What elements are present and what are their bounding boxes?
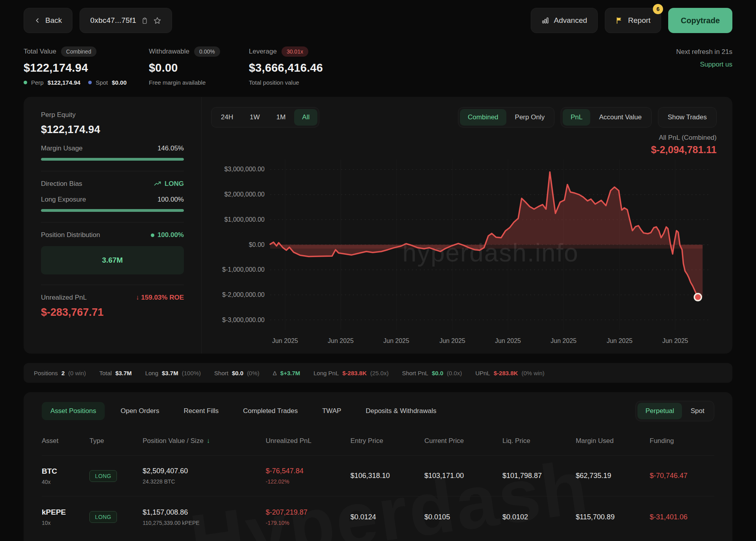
row-funding: $-70,746.47 — [650, 472, 714, 480]
mode-group: Combined Perp Only — [458, 107, 554, 128]
bar-chart-icon — [541, 17, 549, 24]
market-type-group: Perpetual Spot — [636, 401, 714, 421]
report-label: Report — [628, 16, 650, 25]
position-value: $2,509,407.60 — [143, 467, 266, 475]
position-distribution-label: Position Distribution — [41, 231, 100, 239]
mode-combined-tab[interactable]: Combined — [460, 109, 506, 126]
range-all-tab[interactable]: All — [294, 109, 317, 126]
wallet-address-pill[interactable]: 0xbc47...75f1 — [80, 8, 172, 33]
mode-perp-only-tab[interactable]: Perp Only — [507, 109, 553, 126]
leverage-amount: $3,666,416.46 — [249, 61, 323, 74]
perp-dot-icon — [24, 81, 27, 84]
col-type[interactable]: Type — [89, 437, 143, 445]
x-axis-label: Jun 2025 — [495, 337, 521, 344]
col-margin-used[interactable]: Margin Used — [576, 437, 650, 445]
y-axis-label: $1,000,000.00 — [224, 216, 265, 223]
col-current-price[interactable]: Current Price — [424, 437, 502, 445]
row-liq-price: $101,798.87 — [502, 472, 576, 480]
withdrawable-amount: $0.00 — [149, 61, 249, 74]
advanced-label: Advanced — [554, 16, 587, 25]
table-row[interactable]: kPEPE10x LONG $1,157,008.86110,275,339.0… — [42, 497, 714, 537]
asset-leverage: 40x — [42, 479, 89, 485]
wallet-address: 0xbc47...75f1 — [90, 16, 136, 25]
range-1m-tab[interactable]: 1M — [269, 109, 294, 126]
y-axis-label: $-3,000,000.00 — [222, 317, 265, 323]
pnl-chart[interactable]: Jun 2025Jun 2025Jun 2025Jun 2025Jun 2025… — [211, 156, 717, 348]
portfolio-card: Perp Equity $122,174.94 Margin Usage 146… — [24, 97, 732, 354]
portfolio-left-panel: Perp Equity $122,174.94 Margin Usage 146… — [24, 97, 202, 354]
unrealized-pnl-label: Unrealized PnL — [41, 294, 87, 302]
col-entry-price[interactable]: Entry Price — [350, 437, 424, 445]
advanced-button[interactable]: Advanced — [531, 8, 598, 33]
margin-usage-label: Margin Usage — [41, 145, 83, 152]
row-funding: $-31,401.06 — [650, 513, 714, 521]
x-axis-label: Jun 2025 — [439, 337, 465, 344]
favorite-star-icon[interactable] — [153, 17, 161, 25]
positions-table: Asset Type Position Value / Size↓ Unreal… — [42, 432, 714, 537]
tab-perpetual[interactable]: Perpetual — [637, 403, 682, 419]
y-axis-label: $2,000,000.00 — [224, 191, 265, 198]
y-axis-label: $-1,000,000.00 — [222, 266, 265, 273]
copy-icon[interactable] — [141, 17, 148, 24]
range-1w-tab[interactable]: 1W — [242, 109, 268, 126]
x-axis-label: Jun 2025 — [607, 337, 633, 344]
col-funding[interactable]: Funding — [650, 437, 714, 445]
summary-delta: Δ$+3.7M — [273, 370, 300, 376]
last-point-marker — [694, 294, 701, 301]
perp-label: Perp — [31, 79, 44, 86]
direction-bias-label: Direction Bias — [41, 180, 82, 188]
row-margin-used: $62,735.19 — [576, 472, 650, 480]
support-us-link[interactable]: Support us — [700, 61, 732, 69]
range-24h-tab[interactable]: 24H — [213, 109, 241, 126]
position-value: $1,157,008.86 — [143, 508, 266, 517]
spot-label: Spot — [96, 79, 108, 86]
tab-spot[interactable]: Spot — [683, 403, 712, 419]
col-liq-price[interactable]: Liq. Price — [502, 437, 576, 445]
trending-up-icon — [154, 180, 161, 188]
table-row[interactable]: BTC40x LONG $2,509,407.6024.3228 BTC $-7… — [42, 456, 714, 497]
all-pnl-value: $-2,094,781.11 — [211, 144, 717, 156]
refresh-countdown: Next refresh in 21s — [676, 48, 732, 56]
metric-pnl-tab[interactable]: PnL — [563, 109, 590, 126]
chart-column: 24H 1W 1M All Combined Perp Only PnL Acc… — [202, 97, 732, 354]
x-axis-label: Jun 2025 — [328, 337, 354, 344]
copytrade-button[interactable]: Copytrade — [668, 8, 732, 33]
summary-upnl: UPnL$-283.8K(0% win) — [475, 370, 545, 376]
col-position-value[interactable]: Position Value / Size↓ — [143, 437, 266, 445]
withdrawable-label: Withdrawable — [149, 48, 189, 56]
x-axis-label: Jun 2025 — [550, 337, 576, 344]
summary-long: Long$3.7M(100%) — [145, 370, 201, 376]
col-asset[interactable]: Asset — [42, 437, 89, 445]
tab-open-orders[interactable]: Open Orders — [112, 402, 168, 420]
x-axis-label: Jun 2025 — [384, 337, 410, 344]
show-trades-button[interactable]: Show Trades — [658, 107, 717, 128]
tab-deposits-withdrawals[interactable]: Deposits & Withdrawals — [357, 402, 445, 420]
summary-short: Short$0.0(0%) — [214, 370, 259, 376]
withdrawable-stat: Withdrawable 0.00% $0.00 Free margin ava… — [149, 46, 249, 86]
account-stats-row: Total Value Combined $122,174.94 Perp $1… — [0, 33, 756, 86]
report-count-badge: 6 — [653, 4, 663, 14]
row-current-price: $0.0105 — [424, 513, 502, 521]
x-axis-label: Jun 2025 — [662, 337, 688, 344]
combined-badge: Combined — [61, 46, 96, 57]
long-exposure-bar — [41, 209, 184, 212]
unrealized-pnl-value: $-283,767.71 — [41, 306, 184, 319]
sort-desc-icon: ↓ — [207, 437, 210, 445]
tab-asset-positions[interactable]: Asset Positions — [42, 402, 105, 420]
distribution-block[interactable]: 3.67M — [41, 246, 184, 274]
total-value-label: Total Value — [24, 48, 56, 56]
margin-usage-value: 146.05% — [158, 145, 184, 152]
report-button[interactable]: Report 6 — [605, 8, 661, 33]
tab-completed-trades[interactable]: Completed Trades — [234, 402, 306, 420]
withdrawable-badge: 0.00% — [194, 46, 220, 57]
position-size: 110,275,339.00 kPEPE — [143, 520, 266, 526]
col-unrealized-pnl[interactable]: Unrealized PnL — [266, 437, 350, 445]
long-dot-icon — [151, 233, 154, 237]
summary-short-pnl: Short PnL$0.0(0.0x) — [402, 370, 462, 376]
metric-account-value-tab[interactable]: Account Value — [591, 109, 649, 126]
back-button[interactable]: Back — [24, 8, 72, 33]
tab-twap[interactable]: TWAP — [313, 402, 350, 420]
tab-recent-fills[interactable]: Recent Fills — [175, 402, 228, 420]
positions-tabs: Asset Positions Open Orders Recent Fills… — [42, 401, 714, 421]
summary-total: Total$3.7M — [99, 370, 132, 376]
